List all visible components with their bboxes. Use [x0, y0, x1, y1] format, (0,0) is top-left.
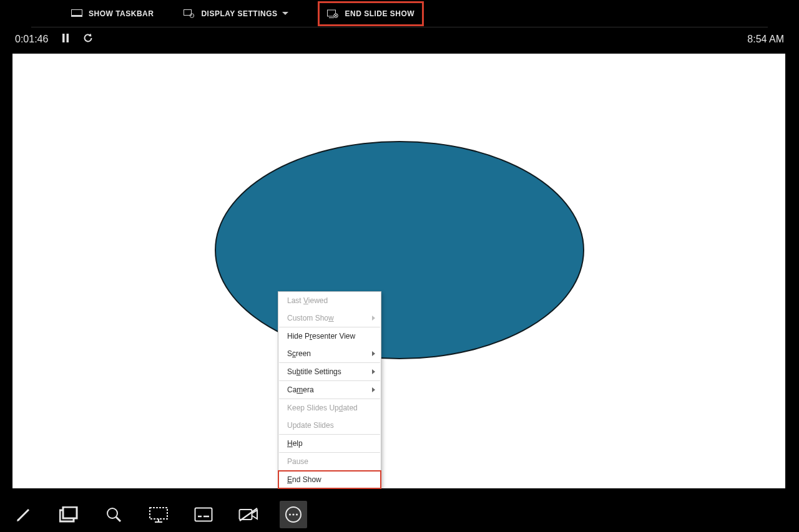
status-row: 0:01:46 8:54 AM: [0, 27, 799, 51]
subtitles-toggle-button[interactable]: [190, 501, 217, 528]
menu-custom-show: Custom Show: [278, 309, 381, 327]
menu-last-viewed: Last Viewed: [278, 292, 381, 309]
svg-rect-1: [72, 15, 82, 17]
presenter-bottom-toolbar: [0, 497, 799, 532]
svg-rect-15: [150, 508, 167, 519]
end-slide-show-button[interactable]: END SLIDE SHOW: [318, 2, 423, 26]
taskbar-icon: [71, 9, 81, 18]
show-taskbar-label: SHOW TASKBAR: [89, 9, 154, 18]
svg-point-25: [292, 513, 294, 515]
pause-button[interactable]: [62, 34, 69, 45]
menu-help[interactable]: Help: [278, 435, 381, 452]
presenter-top-toolbar: SHOW TASKBAR DISPLAY SETTINGS END SLIDE …: [31, 0, 768, 27]
display-toggle-button[interactable]: [145, 501, 172, 528]
camera-toggle-button[interactable]: [235, 501, 262, 528]
display-settings-icon: [184, 9, 194, 18]
svg-point-13: [107, 508, 117, 518]
end-show-icon: [327, 9, 337, 18]
display-settings-button[interactable]: DISPLAY SETTINGS: [175, 0, 297, 27]
zoom-button[interactable]: [100, 501, 127, 528]
menu-screen[interactable]: Screen: [278, 345, 381, 362]
svg-rect-21: [240, 510, 252, 520]
menu-keep-slides-updated: Keep Slides Updated: [278, 399, 381, 417]
menu-end-show[interactable]: End Show: [278, 471, 381, 488]
display-settings-label: DISPLAY SETTINGS: [201, 9, 277, 18]
more-options-menu: Last Viewed Custom Show Hide Presenter V…: [278, 291, 381, 489]
svg-rect-10: [67, 34, 69, 42]
svg-point-26: [296, 513, 298, 515]
svg-rect-12: [63, 507, 77, 518]
menu-subtitle-settings[interactable]: Subtitle Settings: [278, 363, 381, 380]
see-all-slides-button[interactable]: [55, 501, 82, 528]
svg-point-24: [289, 513, 291, 515]
pen-tool-button[interactable]: [10, 501, 37, 528]
restart-timer-button[interactable]: [83, 33, 93, 46]
svg-rect-18: [195, 508, 212, 521]
more-options-button[interactable]: [280, 501, 307, 528]
menu-hide-presenter-view[interactable]: Hide Presenter View: [278, 327, 381, 345]
show-taskbar-button[interactable]: SHOW TASKBAR: [62, 0, 162, 27]
elapsed-time: 0:01:46: [15, 34, 48, 45]
svg-rect-9: [62, 34, 65, 42]
clock-time: 8:54 AM: [747, 34, 784, 45]
slide-oval-shape: [215, 141, 584, 359]
svg-line-14: [116, 517, 120, 521]
menu-pause: Pause: [278, 453, 381, 470]
menu-camera[interactable]: Camera: [278, 381, 381, 399]
dropdown-arrow-icon: [282, 12, 288, 15]
menu-update-slides: Update Slides: [278, 417, 381, 434]
current-slide[interactable]: [12, 54, 785, 488]
end-slide-show-label: END SLIDE SHOW: [345, 9, 414, 18]
